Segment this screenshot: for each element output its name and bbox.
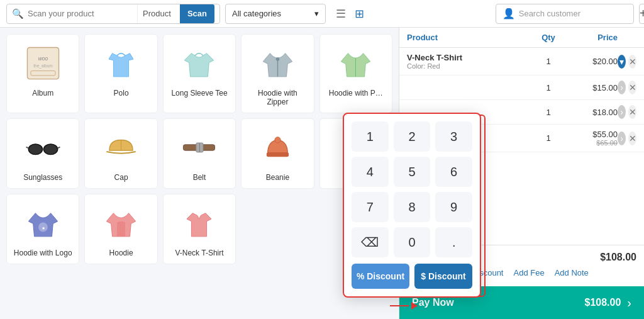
svg-line-9 xyxy=(57,147,60,148)
keypad-backspace[interactable]: ⌫ xyxy=(352,227,389,257)
product-image xyxy=(177,125,221,169)
customer-placeholder: Search customer xyxy=(519,9,580,18)
item-qty: 1 xyxy=(530,83,567,92)
svg-text:woo: woo xyxy=(38,55,48,61)
add-customer-button[interactable]: + xyxy=(639,4,644,24)
pay-amount-group: $108.00 › xyxy=(584,296,631,310)
add-note-button[interactable]: Add Note xyxy=(555,268,589,277)
product-item[interactable]: Hoodie with P… xyxy=(319,34,392,113)
svg-point-6 xyxy=(43,143,57,154)
keypad-9[interactable]: 9 xyxy=(435,192,472,222)
product-item[interactable]: V-Neck T-Shirt xyxy=(163,194,236,264)
keypad-2[interactable]: 2 xyxy=(394,121,431,152)
list-view-icon[interactable]: ☰ xyxy=(333,4,348,23)
arrow-head-icon xyxy=(411,302,418,310)
product-item[interactable]: Hoodie with Zipper xyxy=(241,34,314,113)
order-header: Product Qty Price xyxy=(399,28,644,48)
keypad-1[interactable]: 1 xyxy=(352,121,389,152)
item-details: V-Neck T-Shirt Color: Red xyxy=(407,53,530,70)
product-item[interactable]: Polo xyxy=(84,34,157,113)
product-image xyxy=(21,125,65,169)
product-name: Beanie xyxy=(266,173,289,182)
product-name: Long Sleeve Tee xyxy=(171,89,227,98)
keypad-0[interactable]: 0 xyxy=(394,227,431,257)
product-name: Hoodie with Zipper xyxy=(247,89,308,106)
item-remove-button[interactable]: ✕ xyxy=(628,55,636,69)
item-name: V-Neck T-Shirt xyxy=(407,53,530,62)
item-expand-button[interactable]: › xyxy=(618,81,626,94)
item-expand-button[interactable]: › xyxy=(618,132,626,145)
keypad-7[interactable]: 7 xyxy=(352,192,389,222)
order-item: 1 $15.00 › ✕ xyxy=(399,76,644,100)
product-item[interactable]: woothe_album Album xyxy=(6,34,79,113)
product-item[interactable]: Cap xyxy=(84,118,157,189)
keypad-actions: % Discount $ Discount xyxy=(352,264,472,289)
keypad-5[interactable]: 5 xyxy=(394,157,431,187)
category-dropdown[interactable]: All categories ▾ xyxy=(225,4,326,24)
item-price: $20.00 xyxy=(567,57,618,66)
grid-view-icon[interactable]: ⊞ xyxy=(352,4,367,23)
arrow-line xyxy=(390,305,409,306)
product-name: Hoodie with Logo xyxy=(14,249,72,257)
keypad-grid: 1 2 3 4 5 6 7 8 9 ⌫ 0 . xyxy=(352,121,472,257)
col-price: Price xyxy=(567,33,618,42)
product-item[interactable]: ★ Hoodie with Logo xyxy=(6,194,79,264)
search-bar: 🔍 Product Scan xyxy=(6,4,220,24)
item-actions: › ✕ xyxy=(618,105,636,119)
item-actions: › ✕ xyxy=(618,81,636,94)
product-image xyxy=(255,125,299,169)
percent-discount-button[interactable]: % Discount xyxy=(352,264,409,289)
item-variant: Color: Red xyxy=(407,62,530,70)
keypad-8[interactable]: 8 xyxy=(394,192,431,222)
svg-point-15 xyxy=(275,137,280,142)
item-expand-button[interactable]: › xyxy=(618,105,626,119)
item-remove-button[interactable]: ✕ xyxy=(628,132,636,145)
pay-now-label: Pay Now xyxy=(412,297,454,308)
product-image xyxy=(177,41,221,85)
product-item[interactable]: Beanie xyxy=(241,118,314,189)
item-price: $15.00 xyxy=(567,83,618,92)
product-image: woothe_album xyxy=(21,41,65,85)
product-name: Hoodie with P… xyxy=(329,89,383,98)
keypad-3[interactable]: 3 xyxy=(435,121,472,152)
svg-text:the_album: the_album xyxy=(33,64,52,69)
keypad-6[interactable]: 6 xyxy=(435,157,472,187)
add-fee-button[interactable]: Add Fee xyxy=(513,268,544,277)
keypad-dot[interactable]: . xyxy=(435,227,472,257)
item-actions: ▾ ✕ xyxy=(618,55,636,69)
product-search-input[interactable] xyxy=(28,9,133,18)
product-image xyxy=(99,41,143,85)
order-item: V-Neck T-Shirt Color: Red 1 $20.00 ▾ ✕ xyxy=(399,48,644,76)
product-item[interactable]: Hoodie xyxy=(84,194,157,264)
item-actions: › ✕ xyxy=(618,132,636,145)
product-name: Polo xyxy=(114,89,129,98)
annotation-arrow xyxy=(390,302,418,310)
scan-button[interactable]: Scan xyxy=(180,4,214,23)
product-name: Belt xyxy=(193,173,206,182)
main-content: woothe_album Album Polo Long Sleeve Tee … xyxy=(0,28,644,319)
keypad-4[interactable]: 4 xyxy=(352,157,389,187)
product-button[interactable]: Product xyxy=(137,4,176,23)
product-name: Cap xyxy=(114,173,128,182)
customer-search-bar[interactable]: 👤 Search customer xyxy=(496,4,634,24)
dollar-discount-button[interactable]: $ Discount xyxy=(414,264,472,289)
product-image xyxy=(99,201,143,245)
item-remove-button[interactable]: ✕ xyxy=(628,105,636,119)
product-image: ★ xyxy=(21,201,65,245)
col-product: Product xyxy=(407,33,530,42)
item-expand-button[interactable]: ▾ xyxy=(618,55,626,69)
keypad-overlay: 1 2 3 4 5 6 7 8 9 ⌫ 0 . % Discount $ Dis… xyxy=(343,113,481,298)
svg-line-8 xyxy=(26,147,28,148)
product-item[interactable]: Long Sleeve Tee xyxy=(163,34,236,113)
header-right: 👤 Search customer + ⋮ xyxy=(496,4,638,24)
item-remove-button[interactable]: ✕ xyxy=(628,81,636,94)
product-image xyxy=(177,201,221,245)
product-image xyxy=(255,41,299,85)
product-item[interactable]: Sunglasses xyxy=(6,118,79,189)
svg-point-4 xyxy=(276,57,280,61)
product-grid: woothe_album Album Polo Long Sleeve Tee … xyxy=(0,28,399,319)
product-item[interactable]: Belt xyxy=(163,118,236,189)
product-name: Sunglasses xyxy=(23,173,62,182)
pay-chevron-icon: › xyxy=(627,296,631,310)
view-toggle: ☰ ⊞ xyxy=(333,4,367,23)
